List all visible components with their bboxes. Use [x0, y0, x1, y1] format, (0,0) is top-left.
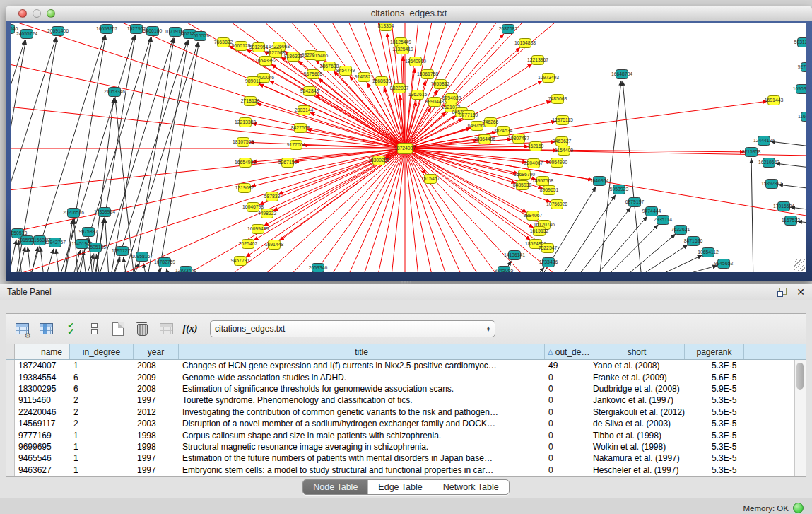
column-header-out-degree[interactable]: △out_de…	[545, 344, 589, 359]
graph-node[interactable]: 8969651	[540, 186, 559, 195]
graph-node[interactable]: 17359924	[94, 208, 115, 217]
table-cell[interactable]: 9463627	[15, 465, 70, 475]
graph-node[interactable]: 16210643	[758, 158, 779, 168]
table-row[interactable]: 2242004622012Investigating the contribut…	[6, 407, 806, 418]
graph-node[interactable]: 1691443	[765, 96, 784, 105]
table-cell[interactable]: Hescheler et al. (1997)	[589, 465, 685, 475]
graph-node[interactable]: 3824534	[494, 127, 513, 136]
table-cell[interactable]: 1	[70, 453, 134, 463]
table-cell[interactable]: 0	[545, 373, 589, 382]
function-builder-button[interactable]: f(x)	[182, 320, 199, 337]
graph-node[interactable]: 1164208	[798, 112, 806, 122]
graph-node[interactable]: 20206576	[63, 209, 84, 218]
graph-node[interactable]: 5267150	[278, 158, 298, 168]
graph-node[interactable]: 7522547	[539, 244, 558, 253]
table-cell[interactable]: 1997	[134, 465, 179, 475]
graph-node[interactable]: 18640910	[405, 57, 426, 66]
float-panel-icon[interactable]	[777, 288, 787, 297]
graph-node[interactable]: 7625402	[239, 240, 258, 249]
select-all-rows-button[interactable]: ✔✔	[61, 320, 78, 337]
graph-node[interactable]: 7515526	[191, 32, 210, 41]
graph-node[interactable]: 7955812	[431, 80, 450, 89]
table-cell[interactable]: Nakamura et al. (1997)	[589, 453, 685, 463]
graph-node[interactable]: 9975887	[79, 228, 98, 237]
graph-node[interactable]: 16099489	[247, 225, 269, 234]
table-cell[interactable]: Genome-wide association studies in ADHD.	[179, 373, 545, 382]
graph-node[interactable]: 9245065	[495, 267, 514, 273]
graph-node[interactable]: 17016504	[773, 202, 794, 211]
graph-node[interactable]: 5931204	[794, 38, 806, 47]
graph-node[interactable]: 12942757	[45, 238, 66, 247]
graph-node[interactable]: 1154409	[555, 146, 573, 156]
table-cell[interactable]: Wolkin et al. (1998)	[589, 442, 685, 452]
table-cell[interactable]: 1997	[134, 453, 179, 463]
graph-node[interactable]: 9466160	[143, 27, 163, 36]
table-cell[interactable]: 18724007	[15, 361, 70, 370]
graph-node[interactable]: 12975115	[552, 116, 573, 125]
graph-node[interactable]: 746266	[483, 118, 499, 127]
graph-node[interactable]: 162169	[528, 142, 544, 151]
table-cell[interactable]: 5.3E-5	[685, 419, 744, 428]
graph-node[interactable]: 10954990	[546, 158, 567, 168]
tab-network-table[interactable]: Network Table	[433, 480, 509, 494]
column-header-in-degree[interactable]: in_degree	[70, 344, 134, 359]
zoom-button[interactable]	[47, 9, 55, 18]
column-header-pagerank[interactable]: pagerank	[685, 344, 744, 359]
graph-node[interactable]: 9884067	[524, 211, 543, 221]
graph-node[interactable]: 1515457	[421, 175, 440, 184]
table-cell[interactable]: 49	[545, 361, 589, 370]
graph-hub-node[interactable]: 18724007	[394, 144, 416, 154]
table-row[interactable]: 946362711997Embryonic stem cells: a mode…	[6, 465, 806, 476]
table-cell[interactable]: 6	[70, 384, 134, 394]
table-row[interactable]: 969969511998Structural magnetic resonanc…	[6, 441, 806, 452]
pane-splitter[interactable]	[0, 281, 812, 284]
column-header-name[interactable]: name	[15, 344, 70, 359]
table-cell[interactable]: Investigating the contribution of common…	[179, 407, 545, 417]
graph-node[interactable]: 9463627	[553, 137, 572, 146]
table-cell[interactable]: Yano et al. (2008)	[589, 361, 685, 370]
graph-node[interactable]: 1319682	[235, 184, 254, 193]
graph-node[interactable]: 2935114	[654, 216, 672, 225]
graph-node[interactable]: 10653257	[96, 25, 117, 34]
table-cell[interactable]: 0	[545, 431, 589, 440]
table-cell[interactable]: 5.3E-5	[685, 361, 744, 370]
table-cell[interactable]: Estimation of significance thresholds fo…	[179, 384, 545, 394]
select-column-button[interactable]	[37, 320, 54, 337]
graph-node[interactable]: 5912954	[249, 43, 269, 52]
graph-node[interactable]: 10973493	[538, 74, 559, 83]
table-cell[interactable]: 5.3E-5	[685, 465, 744, 475]
graph-node[interactable]: 18107553	[233, 138, 254, 147]
new-table-button[interactable]	[110, 320, 126, 337]
table-cell[interactable]: 2	[70, 407, 134, 417]
graph-node[interactable]: 4498222	[258, 209, 277, 218]
table-cell[interactable]: 1	[70, 361, 134, 370]
canvas-resize-grip[interactable]	[794, 259, 805, 271]
tab-node-table[interactable]: Node Table	[303, 480, 368, 494]
graph-node[interactable]: 16154838	[514, 39, 536, 48]
graph-node[interactable]: 12505135	[85, 243, 106, 252]
column-header-short[interactable]: short	[589, 344, 685, 359]
graph-node[interactable]: 8485932	[513, 181, 532, 190]
table-row[interactable]: 946554611997Estimation of the future num…	[6, 452, 806, 464]
graph-node[interactable]: 9272041	[798, 63, 806, 72]
table-cell[interactable]: 2009	[134, 373, 179, 382]
table-cell[interactable]: 0	[545, 407, 589, 417]
table-cell[interactable]: 2008	[134, 361, 179, 370]
minimize-button[interactable]	[33, 9, 41, 18]
close-panel-icon[interactable]: ✕	[796, 287, 805, 297]
graph-node[interactable]: 9474444	[642, 207, 661, 216]
table-cell[interactable]: Corpus callosum shape and size in male p…	[179, 431, 545, 440]
graph-node[interactable]: 7485063	[548, 95, 567, 104]
table-row[interactable]: 1872400712008Changes of HCN gene express…	[6, 360, 806, 371]
tab-edge-table[interactable]: Edge Table	[368, 480, 433, 494]
graph-node[interactable]: 8427552	[291, 124, 310, 133]
table-cell[interactable]: 0	[545, 384, 589, 394]
graph-node[interactable]: 7632621	[671, 226, 690, 235]
close-button[interactable]	[18, 9, 27, 18]
graph-node[interactable]: 813304	[378, 23, 394, 31]
table-cell[interactable]: 1997	[134, 395, 179, 405]
table-cell[interactable]: Disruption of a novel member of a sodium…	[179, 419, 545, 428]
table-cell[interactable]: Dudbridge et al. (2008)	[589, 384, 685, 394]
graph-node[interactable]: 12213967	[527, 56, 548, 65]
table-cell[interactable]: 2012	[134, 407, 179, 417]
